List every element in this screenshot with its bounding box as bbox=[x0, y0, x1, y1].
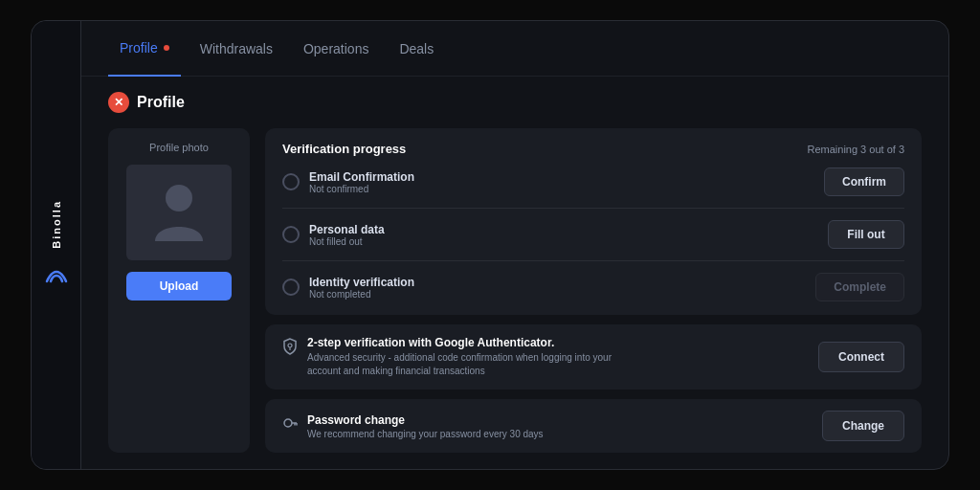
personal-item-title: Personal data bbox=[309, 223, 385, 236]
email-item-title: Email Confirmation bbox=[309, 170, 414, 184]
verification-identity-item: Identity verification Not completed Comp… bbox=[282, 273, 904, 301]
avatar-icon bbox=[150, 179, 208, 246]
main-content: Profile Withdrawals Operations Deals ✕ P… bbox=[81, 21, 948, 469]
email-item-subtitle: Not confirmed bbox=[309, 184, 414, 194]
twostep-info: 2-step verification with Google Authenti… bbox=[307, 336, 633, 378]
password-left: Password change We recommend changing yo… bbox=[282, 413, 544, 439]
tab-withdrawals[interactable]: Withdrawals bbox=[189, 21, 284, 77]
email-item-left: Email Confirmation Not confirmed bbox=[282, 170, 414, 194]
tab-operations[interactable]: Operations bbox=[292, 21, 380, 77]
verification-title: Verification progress bbox=[282, 142, 406, 156]
verification-header: Verification progress Remaining 3 out of… bbox=[282, 142, 904, 156]
avatar-placeholder bbox=[126, 165, 232, 260]
identity-item-subtitle: Not completed bbox=[309, 289, 414, 300]
confirm-button[interactable]: Confirm bbox=[824, 167, 904, 196]
change-password-button[interactable]: Change bbox=[822, 411, 904, 441]
fillout-button[interactable]: Fill out bbox=[828, 220, 904, 249]
verification-personal-item: Personal data Not filled out Fill out bbox=[282, 220, 904, 249]
verification-items: Email Confirmation Not confirmed Confirm bbox=[282, 167, 904, 301]
divider-1 bbox=[282, 208, 904, 209]
tab-withdrawals-label: Withdrawals bbox=[200, 41, 273, 56]
svg-point-1 bbox=[288, 344, 292, 347]
svg-point-3 bbox=[284, 419, 292, 427]
personal-item-subtitle: Not filled out bbox=[309, 236, 385, 247]
verification-email-item: Email Confirmation Not confirmed Confirm bbox=[282, 167, 904, 196]
sidebar: Binolla bbox=[32, 21, 81, 469]
twostep-left: 2-step verification with Google Authenti… bbox=[282, 336, 633, 378]
app-container: Binolla Profile Withdrawals Operations D… bbox=[31, 20, 949, 470]
tab-profile-label: Profile bbox=[120, 40, 158, 56]
identity-item-left: Identity verification Not completed bbox=[282, 276, 414, 300]
divider-2 bbox=[282, 260, 904, 261]
password-info: Password change We recommend changing yo… bbox=[307, 413, 544, 439]
page-body: ✕ Profile Profile photo Upload bbox=[81, 77, 948, 469]
tab-profile[interactable]: Profile bbox=[108, 21, 181, 77]
photo-label: Profile photo bbox=[149, 142, 209, 153]
section-title: Profile bbox=[137, 94, 185, 111]
top-nav: Profile Withdrawals Operations Deals bbox=[81, 21, 948, 77]
email-item-info: Email Confirmation Not confirmed bbox=[309, 170, 414, 194]
svg-point-0 bbox=[166, 185, 192, 212]
personal-item-info: Personal data Not filled out bbox=[309, 223, 385, 247]
password-description: We recommend changing your password ever… bbox=[307, 429, 544, 439]
identity-item-title: Identity verification bbox=[309, 276, 414, 289]
photo-card: Profile photo Upload bbox=[108, 128, 250, 453]
tab-deals-label: Deals bbox=[399, 41, 434, 56]
content-grid: Profile photo Upload Verification p bbox=[108, 128, 922, 453]
tab-deals[interactable]: Deals bbox=[388, 21, 445, 77]
sidebar-logo-icon bbox=[43, 264, 70, 290]
twostep-card: 2-step verification with Google Authenti… bbox=[265, 324, 922, 390]
personal-circle-icon bbox=[282, 226, 300, 243]
email-circle-icon bbox=[282, 173, 300, 190]
identity-item-info: Identity verification Not completed bbox=[309, 276, 414, 300]
key-icon bbox=[282, 415, 298, 434]
twostep-description: Advanced security - additional code conf… bbox=[307, 351, 633, 378]
verification-card: Verification progress Remaining 3 out of… bbox=[265, 128, 922, 315]
connect-button[interactable]: Connect bbox=[818, 342, 904, 372]
tab-operations-label: Operations bbox=[303, 41, 368, 56]
section-header: ✕ Profile bbox=[108, 92, 922, 113]
remaining-text: Remaining 3 out of 3 bbox=[807, 144, 904, 155]
personal-item-left: Personal data Not filled out bbox=[282, 223, 385, 247]
brand-name: Binolla bbox=[51, 200, 62, 249]
upload-button[interactable]: Upload bbox=[126, 272, 232, 301]
twostep-title: 2-step verification with Google Authenti… bbox=[307, 336, 633, 349]
profile-dot bbox=[164, 45, 169, 51]
password-card: Password change We recommend changing yo… bbox=[265, 399, 922, 453]
right-panel: Verification progress Remaining 3 out of… bbox=[265, 128, 922, 453]
section-error-icon: ✕ bbox=[108, 92, 129, 113]
identity-circle-icon bbox=[282, 278, 300, 296]
shield-icon bbox=[282, 338, 298, 359]
password-title: Password change bbox=[307, 413, 544, 427]
complete-button[interactable]: Complete bbox=[815, 273, 904, 301]
